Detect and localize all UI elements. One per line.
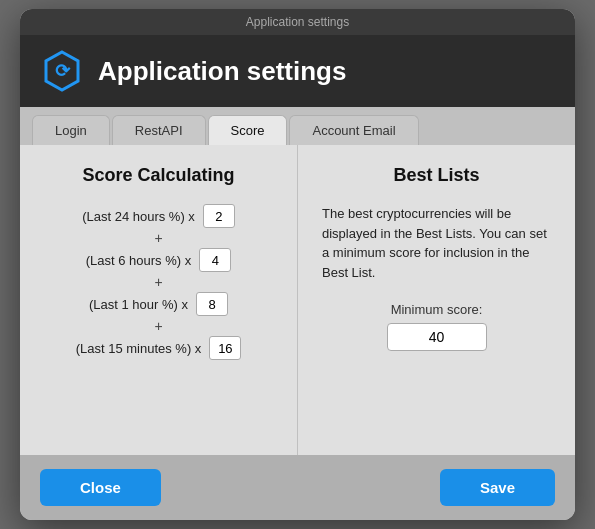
- score-label-6h: (Last 6 hours %) x: [86, 253, 192, 268]
- tab-login[interactable]: Login: [32, 115, 110, 145]
- min-score-section: Minimum score:: [322, 302, 551, 351]
- best-lists-description: The best cryptocurrencies will be displa…: [322, 204, 551, 282]
- best-lists-title: Best Lists: [322, 165, 551, 186]
- svg-text:⟳: ⟳: [55, 61, 71, 81]
- footer: Close Save: [20, 455, 575, 520]
- save-button[interactable]: Save: [440, 469, 555, 506]
- score-panel: Score Calculating (Last 24 hours %) x 2 …: [20, 145, 298, 455]
- score-label-24h: (Last 24 hours %) x: [82, 209, 195, 224]
- score-panel-title: Score Calculating: [44, 165, 273, 186]
- app-logo-icon: ⟳: [40, 49, 84, 93]
- score-rows: (Last 24 hours %) x 2 + (Last 6 hours %)…: [44, 204, 273, 360]
- tabs-bar: Login RestAPI Score Account Email: [20, 107, 575, 145]
- score-value-24h: 2: [203, 204, 235, 228]
- score-value-15m: 16: [209, 336, 241, 360]
- plus-1: +: [154, 230, 162, 246]
- application-window: Application settings ⟳ Application setti…: [20, 9, 575, 520]
- window-title: Application settings: [246, 15, 349, 29]
- score-value-6h: 4: [199, 248, 231, 272]
- header-title: Application settings: [98, 56, 346, 87]
- score-row-6h: (Last 6 hours %) x 4: [86, 248, 232, 272]
- score-row-24h: (Last 24 hours %) x 2: [82, 204, 235, 228]
- score-label-1h: (Last 1 hour %) x: [89, 297, 188, 312]
- tab-account-email[interactable]: Account Email: [289, 115, 418, 145]
- plus-2: +: [154, 274, 162, 290]
- score-label-15m: (Last 15 minutes %) x: [76, 341, 202, 356]
- tab-score[interactable]: Score: [208, 115, 288, 145]
- best-lists-panel: Best Lists The best cryptocurrencies wil…: [298, 145, 575, 455]
- score-row-1h: (Last 1 hour %) x 8: [89, 292, 228, 316]
- header: ⟳ Application settings: [20, 35, 575, 107]
- min-score-input[interactable]: [387, 323, 487, 351]
- main-content: Score Calculating (Last 24 hours %) x 2 …: [20, 145, 575, 455]
- min-score-label: Minimum score:: [391, 302, 483, 317]
- score-value-1h: 8: [196, 292, 228, 316]
- title-bar: Application settings: [20, 9, 575, 35]
- tab-restapi[interactable]: RestAPI: [112, 115, 206, 145]
- score-row-15m: (Last 15 minutes %) x 16: [76, 336, 242, 360]
- close-button[interactable]: Close: [40, 469, 161, 506]
- plus-3: +: [154, 318, 162, 334]
